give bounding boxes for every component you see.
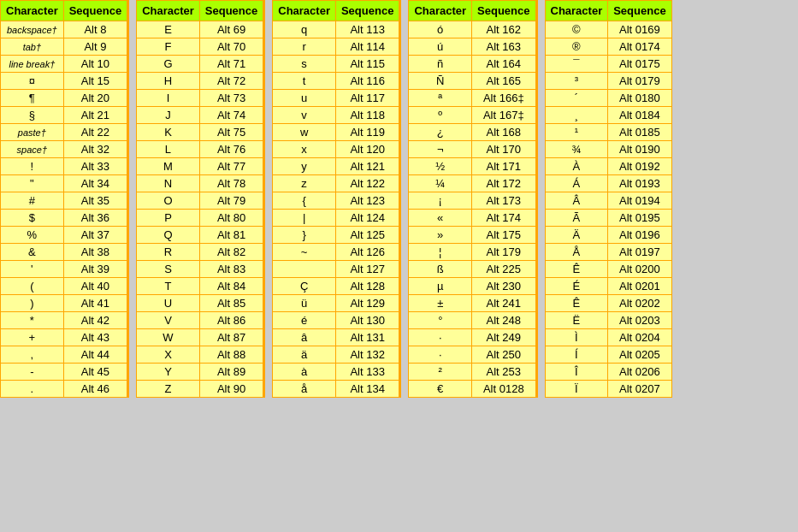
table-row: µAlt 230: [409, 278, 535, 295]
sequence-cell: Alt 78: [199, 175, 263, 192]
char-cell: ¡: [409, 192, 472, 210]
char-cell: Î: [545, 364, 608, 381]
sequence-cell: Alt 37: [63, 227, 127, 244]
sequence-cell: Alt 87: [199, 329, 263, 346]
char-cell: Y: [137, 364, 200, 381]
table-row: uAlt 117: [273, 90, 399, 107]
table-row: ¯Alt 0175: [545, 56, 671, 73]
table-row: äAlt 132: [273, 346, 399, 364]
table-row: ¹Alt 0185: [545, 124, 671, 141]
char-cell: ©: [545, 21, 608, 38]
char-cell: Z: [137, 381, 200, 398]
sequence-cell: Alt 41: [63, 295, 127, 312]
char-cell: Ñ: [409, 73, 472, 90]
sequence-cell: Alt 117: [335, 90, 399, 107]
char-cell: y: [273, 158, 336, 175]
sequence-cell: Alt 175: [472, 227, 535, 244]
table-row: OAlt 79: [137, 192, 263, 210]
char-cell: â: [273, 329, 336, 346]
sequence-cell: Alt 132: [335, 346, 399, 364]
sequence-cell: Alt 253: [472, 364, 535, 381]
table-row: KAlt 75: [137, 124, 263, 141]
table-spacer: [129, 0, 136, 398]
table-row: úAlt 163: [409, 38, 535, 56]
char-cell: u: [273, 90, 336, 107]
column-header: Character: [409, 1, 472, 21]
sequence-cell: Alt 124: [335, 210, 399, 227]
sequence-cell: Alt 34: [63, 175, 127, 192]
char-cell: É: [545, 278, 608, 295]
char-cell: ¼: [409, 175, 472, 192]
char-cell: à: [273, 364, 336, 381]
sequence-cell: Alt 0194: [608, 192, 671, 210]
char-cell: ~: [273, 244, 336, 261]
column-header: Sequence: [335, 1, 399, 21]
sequence-cell: Alt 35: [63, 192, 127, 210]
table-row: |Alt 124: [273, 210, 399, 227]
sequence-cell: Alt 116: [335, 73, 399, 90]
table-row: »Alt 175: [409, 227, 535, 244]
sequence-cell: Alt 0203: [608, 312, 671, 329]
sequence-cell: Alt 45: [63, 364, 127, 381]
char-cell: .: [1, 381, 64, 398]
char-cell: ¿: [409, 124, 472, 141]
char-cell: z: [273, 175, 336, 192]
char-cell: F: [137, 38, 200, 56]
table-row: ÏAlt 0207: [545, 381, 671, 398]
table-row: space†Alt 32: [1, 141, 127, 158]
table-section-2: CharacterSequenceEAlt 69FAlt 70GAlt 71HA…: [136, 0, 265, 398]
char-cell: {: [273, 192, 336, 210]
table-row: QAlt 81: [137, 227, 263, 244]
table-row: «Alt 174: [409, 210, 535, 227]
table-row: &Alt 38: [1, 244, 127, 261]
char-cell: s: [273, 56, 336, 73]
table-row: ²Alt 253: [409, 364, 535, 381]
table-row: °Alt 248: [409, 312, 535, 329]
char-cell: (: [1, 278, 64, 295]
sequence-cell: Alt 168: [472, 124, 535, 141]
char-cell: I: [137, 90, 200, 107]
char-cell: T: [137, 278, 200, 295]
sequence-cell: Alt 0201: [608, 278, 671, 295]
char-cell: X: [137, 346, 200, 364]
char-cell: [273, 261, 336, 278]
char-cell: µ: [409, 278, 472, 295]
sequence-cell: Alt 241: [472, 295, 535, 312]
table-row: TAlt 84: [137, 278, 263, 295]
table-row: PAlt 80: [137, 210, 263, 227]
table-row: VAlt 86: [137, 312, 263, 329]
table-section-1: CharacterSequencebackspace†Alt 8tab†Alt …: [0, 0, 129, 398]
table-row: ÌAlt 0204: [545, 329, 671, 346]
char-cell: °: [409, 312, 472, 329]
char-cell: |: [273, 210, 336, 227]
sequence-cell: Alt 15: [63, 73, 127, 90]
table-spacer: [401, 0, 408, 398]
char-cell: E: [137, 21, 200, 38]
table-row: ³Alt 0179: [545, 73, 671, 90]
char-cell: }: [273, 227, 336, 244]
char-cell: Ç: [273, 278, 336, 295]
char-cell: G: [137, 56, 200, 73]
char-cell: K: [137, 124, 200, 141]
char-cell: J: [137, 107, 200, 124]
table-row: MAlt 77: [137, 158, 263, 175]
char-cell: $: [1, 210, 64, 227]
table-row: vAlt 118: [273, 107, 399, 124]
sequence-cell: Alt 84: [199, 278, 263, 295]
sequence-cell: Alt 85: [199, 295, 263, 312]
table-row: line break†Alt 10: [1, 56, 127, 73]
char-cell: *: [1, 312, 64, 329]
sequence-cell: Alt 248: [472, 312, 535, 329]
sequence-cell: Alt 0190: [608, 141, 671, 158]
page: CharacterSequencebackspace†Alt 8tab†Alt …: [0, 0, 798, 398]
char-cell: ½: [409, 158, 472, 175]
sequence-cell: Alt 250: [472, 346, 535, 364]
char-cell: Å: [545, 244, 608, 261]
char-cell: €: [409, 381, 472, 398]
sequence-cell: Alt 82: [199, 244, 263, 261]
table-row: ßAlt 225: [409, 261, 535, 278]
sequence-cell: Alt 77: [199, 158, 263, 175]
table-row: ÊAlt 0202: [545, 295, 671, 312]
char-cell: ¦: [409, 244, 472, 261]
char-cell: U: [137, 295, 200, 312]
